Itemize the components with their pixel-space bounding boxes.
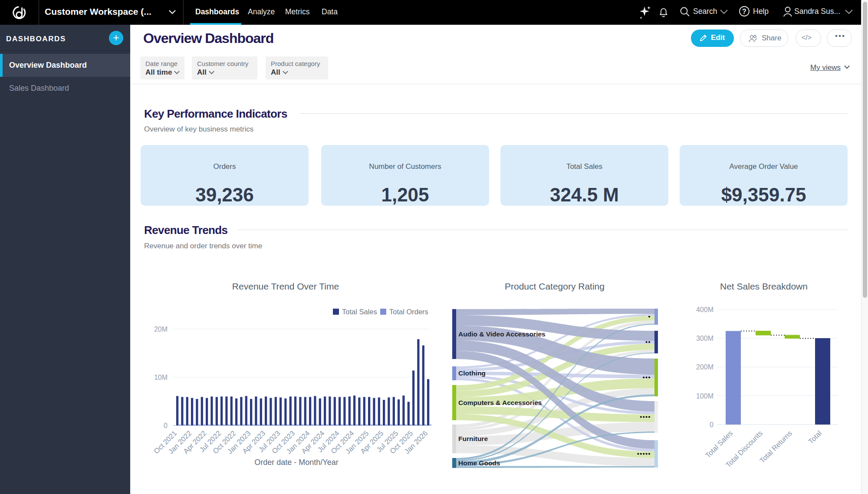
svg-text:0: 0 [164,422,168,429]
svg-text:Furniture: Furniture [458,435,488,442]
svg-text:400M: 400M [696,306,713,313]
svg-text:Total Sales: Total Sales [704,429,734,459]
svg-text:Total: Total [807,429,823,445]
svg-text:Home Goods: Home Goods [458,459,500,467]
svg-text:Product Category Rating: Product Category Rating [505,281,605,291]
svg-text:Computers & Accessories: Computers & Accessories [458,399,542,406]
svg-text:20M: 20M [154,326,168,333]
svg-text:0: 0 [710,421,713,428]
svg-text:200M: 200M [696,363,713,371]
svg-text:Total Orders: Total Orders [389,308,428,316]
svg-text:300M: 300M [696,335,713,342]
svg-text:100M: 100M [696,392,713,400]
svg-text:Order date - Month/Year: Order date - Month/Year [254,458,338,467]
svg-text:Search: Search [693,7,717,16]
svg-text:Total Sales: Total Sales [342,308,377,316]
svg-text:Revenue Trend Over Time: Revenue Trend Over Time [232,281,339,291]
svg-text:Clothing: Clothing [458,369,486,377]
svg-text:Sandra Sus...: Sandra Sus... [794,7,840,16]
svg-text:?: ? [742,8,746,15]
svg-text:Net Sales Breakdown: Net Sales Breakdown [720,281,808,291]
svg-text:10M: 10M [154,374,168,381]
svg-text:Help: Help [753,7,769,16]
svg-text:Audio & Video Accessories: Audio & Video Accessories [458,330,546,338]
